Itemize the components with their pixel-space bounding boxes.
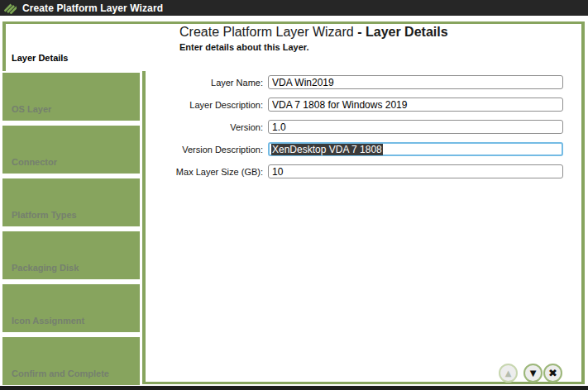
version-label: Version:: [146, 122, 263, 132]
layer-name-label: Layer Name:: [146, 78, 263, 88]
version-description-label: Version Description:: [146, 145, 263, 155]
window-bottom-edge: [0, 386, 588, 390]
form-row: Layer Name:: [0, 75, 588, 90]
window-title: Create Platform Layer Wizard: [22, 2, 163, 14]
step-label: Layer Details: [12, 53, 68, 63]
max-layer-size-label: Max Layer Size (GB):: [146, 167, 263, 177]
selected-text: XenDesktop VDA 7 1808: [271, 144, 383, 155]
app-layering-stripes-icon: [4, 2, 17, 14]
layer-name-input[interactable]: [268, 75, 563, 89]
form-row: Version Description: XenDesktop VDA 7 18…: [0, 142, 588, 157]
version-input[interactable]: [268, 120, 563, 134]
layer-description-input[interactable]: [268, 98, 563, 112]
panel-border-bottom: [142, 382, 585, 384]
panel-border-left: [142, 71, 146, 384]
form-row: Max Layer Size (GB):: [0, 164, 588, 179]
sidebar-step-icon-assignment[interactable]: Icon Assignment: [2, 284, 140, 332]
close-x-icon: ✖: [548, 367, 557, 379]
sidebar-step-platform-types[interactable]: Platform Types: [2, 178, 140, 226]
create-platform-layer-wizard-window: Create Platform Layer Wizard Layer Detai…: [0, 0, 588, 390]
step-label: Packaging Disk: [12, 263, 79, 273]
step-label: Platform Types: [12, 210, 77, 220]
page-subtitle: Enter details about this Layer.: [179, 42, 309, 52]
down-arrow-icon: ▼: [530, 369, 537, 378]
up-arrow-icon: ▲: [505, 369, 512, 378]
step-label: Icon Assignment: [12, 316, 84, 326]
sidebar-step-packaging-disk[interactable]: Packaging Disk: [2, 231, 140, 279]
step-label: Confirm and Complete: [12, 369, 109, 378]
version-description-input[interactable]: XenDesktop VDA 7 1808: [268, 142, 563, 156]
max-layer-size-input[interactable]: [268, 164, 563, 178]
page-title-emphasis: - Layer Details: [357, 25, 447, 39]
cancel-wizard-button[interactable]: ✖: [543, 364, 562, 383]
sidebar-step-confirm-and-complete[interactable]: Confirm and Complete: [2, 337, 140, 385]
window-titlebar: Create Platform Layer Wizard: [0, 0, 588, 16]
sidebar-step-layer-details[interactable]: Layer Details: [6, 24, 143, 71]
form-row: Version:: [0, 120, 588, 135]
next-step-button[interactable]: ▼: [523, 364, 543, 383]
previous-step-button: ▲: [499, 364, 518, 383]
page-title: Create Platform Layer Wizard - Layer Det…: [179, 25, 448, 40]
layer-description-label: Layer Description:: [146, 100, 263, 110]
form-row: Layer Description:: [0, 98, 588, 112]
page-title-prefix: Create Platform Layer Wizard: [179, 25, 357, 39]
